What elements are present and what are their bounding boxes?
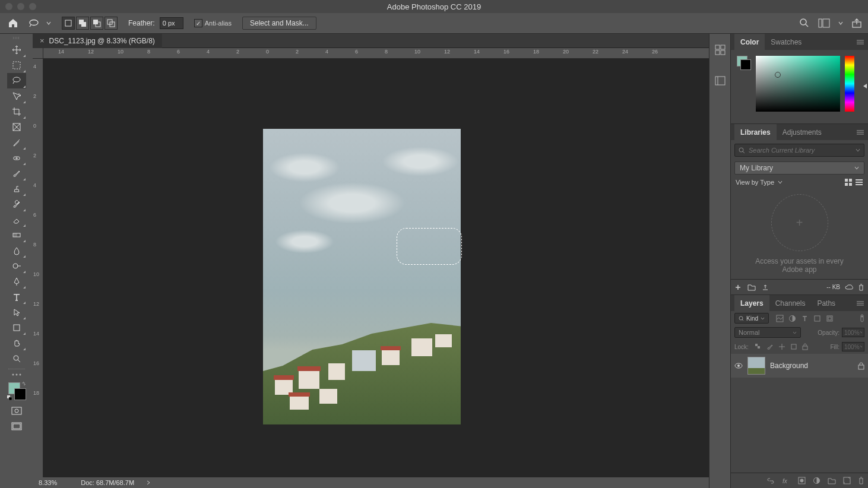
tab-libraries[interactable]: Libraries [734, 124, 777, 140]
adjustment-layer-icon[interactable] [813, 477, 821, 484]
hand-tool[interactable] [7, 335, 26, 351]
layer-thumbnail[interactable] [747, 357, 765, 375]
tab-color[interactable]: Color [734, 34, 765, 50]
panel-menu-icon[interactable] [856, 300, 864, 306]
layer-fx-icon[interactable]: fx [783, 477, 791, 484]
panel-menu-icon[interactable] [856, 129, 864, 135]
library-selector[interactable]: My Library [734, 161, 864, 175]
swap-colors-icon[interactable] [21, 381, 26, 386]
ruler-origin[interactable] [33, 48, 43, 59]
filter-shape-icon[interactable] [813, 315, 821, 322]
panel-menu-icon[interactable] [856, 39, 864, 45]
healing-brush-tool[interactable] [7, 150, 26, 166]
ruler-vertical[interactable]: 42024681012141618 [33, 59, 43, 477]
add-asset-circle[interactable]: + [771, 194, 828, 251]
hue-slider-handle[interactable] [863, 84, 867, 88]
filter-kind-dropdown[interactable]: Kind [734, 313, 769, 324]
new-layer-icon[interactable] [843, 477, 851, 484]
document-tab[interactable]: × DSC_1123.jpg @ 8.33% (RGB/8) [33, 34, 162, 48]
panel-background-swatch[interactable] [740, 59, 751, 70]
lock-all-icon[interactable] [802, 343, 808, 350]
pen-tool[interactable] [7, 274, 26, 289]
folder-icon[interactable] [747, 284, 756, 291]
grid-view-icon[interactable] [844, 178, 853, 186]
selection-subtract-button[interactable] [90, 17, 103, 30]
tab-swatches[interactable]: Swatches [765, 34, 807, 50]
brush-tool[interactable] [7, 166, 26, 181]
filter-type-icon[interactable] [801, 315, 809, 322]
quick-mask-button[interactable] [7, 404, 26, 418]
color-swatch-pair[interactable] [737, 56, 751, 70]
properties-panel-icon[interactable] [714, 74, 727, 87]
lock-icon[interactable] [858, 362, 864, 370]
eyedropper-tool[interactable] [7, 135, 26, 150]
lasso-tool[interactable] [7, 73, 26, 88]
filter-adjustment-icon[interactable] [788, 315, 796, 322]
blend-mode-dropdown[interactable]: Normal [734, 327, 801, 338]
tab-layers[interactable]: Layers [734, 295, 769, 311]
toolbar-grip-icon[interactable] [12, 36, 21, 40]
path-select-tool[interactable] [7, 305, 26, 320]
marquee-tool[interactable] [7, 58, 26, 73]
home-button[interactable] [6, 16, 20, 30]
color-field[interactable] [756, 56, 840, 112]
maximize-window-button[interactable] [29, 3, 36, 10]
visibility-icon[interactable] [734, 363, 743, 369]
trash-icon[interactable] [858, 284, 864, 291]
history-panel-icon[interactable] [714, 43, 727, 56]
shape-tool[interactable] [7, 320, 26, 335]
trash-icon[interactable] [858, 477, 864, 484]
library-drop-zone[interactable]: + Access your assets in every Adobe app [731, 189, 868, 279]
lock-transparency-icon[interactable] [755, 343, 762, 350]
color-swatches[interactable] [7, 381, 26, 400]
tab-channels[interactable]: Channels [769, 295, 812, 311]
layer-mask-icon[interactable] [798, 477, 806, 484]
library-search-input[interactable] [749, 147, 852, 154]
background-swatch[interactable] [14, 388, 26, 400]
view-by-dropdown[interactable]: View by Type [736, 179, 783, 186]
history-brush-tool[interactable] [7, 197, 26, 212]
canvas[interactable] [43, 59, 709, 477]
dodge-tool[interactable] [7, 258, 26, 274]
eraser-tool[interactable] [7, 212, 26, 227]
zoom-tool[interactable] [7, 351, 26, 366]
minimize-window-button[interactable] [17, 3, 24, 10]
selection-intersect-button[interactable] [104, 17, 118, 30]
quick-select-tool[interactable] [7, 88, 26, 104]
anti-alias-checkbox[interactable]: Anti-alias [194, 19, 232, 27]
upload-icon[interactable] [762, 284, 769, 291]
lock-position-icon[interactable] [778, 343, 785, 350]
chevron-down-icon[interactable] [856, 148, 860, 153]
gradient-tool[interactable] [7, 227, 26, 243]
filter-pixel-icon[interactable] [776, 315, 784, 322]
type-tool[interactable] [7, 289, 26, 305]
edit-toolbar-icon[interactable] [7, 372, 26, 378]
group-icon[interactable] [828, 477, 836, 484]
layer-name[interactable]: Background [770, 362, 853, 370]
crop-tool[interactable] [7, 104, 26, 119]
tab-adjustments[interactable]: Adjustments [777, 124, 828, 140]
move-tool[interactable] [7, 42, 26, 58]
blur-tool[interactable] [7, 243, 26, 258]
selection-add-button[interactable] [76, 17, 89, 30]
screen-mode-button[interactable] [7, 419, 26, 433]
close-window-button[interactable] [5, 3, 12, 10]
layer-row[interactable]: Background [731, 354, 868, 378]
status-dropdown-icon[interactable] [146, 480, 151, 486]
lock-artboard-icon[interactable] [790, 343, 797, 350]
workspace-dropdown-icon[interactable] [838, 21, 843, 26]
workspace-switcher-icon[interactable] [818, 18, 830, 28]
search-icon[interactable] [799, 18, 810, 28]
lock-pixels-icon[interactable] [766, 343, 774, 350]
filter-smart-icon[interactable] [826, 315, 834, 322]
share-icon[interactable] [851, 18, 862, 28]
library-search[interactable] [734, 144, 864, 157]
filter-toggle-icon[interactable] [860, 314, 864, 322]
tool-dropdown-icon[interactable] [46, 21, 51, 26]
cloud-icon[interactable] [845, 284, 853, 291]
select-and-mask-button[interactable]: Select and Mask... [242, 17, 316, 30]
hue-slider[interactable] [845, 56, 854, 112]
clone-stamp-tool[interactable] [7, 181, 26, 197]
list-view-icon[interactable] [855, 178, 863, 186]
frame-tool[interactable] [7, 119, 26, 135]
